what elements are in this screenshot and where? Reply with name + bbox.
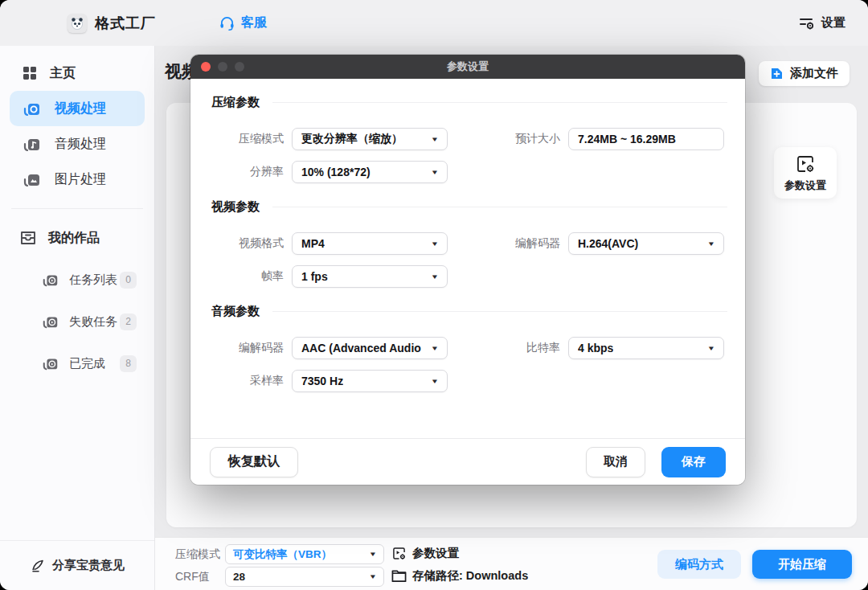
modal-footer: 恢复默认 取消 保存 [190, 438, 745, 485]
section-audio-title: 音频参数 [211, 304, 260, 319]
sidebar-item-image[interactable]: 图片处理 [10, 162, 145, 197]
video-codec-value: H.264(AVC) [578, 237, 638, 250]
completed-label: 已完成 [69, 356, 105, 371]
support-button[interactable]: 客服 [219, 14, 267, 31]
sidebar: 主页 视频处理 音频处理 图片处理 [0, 46, 155, 590]
completed-icon [42, 354, 59, 372]
video-format-label: 视频格式 [211, 236, 284, 251]
caret-down-icon: ▼ [431, 136, 439, 143]
caret-down-icon: ▼ [707, 345, 715, 352]
resolution-value: 10% (128*72) [301, 166, 371, 178]
audio-processing-icon [23, 134, 42, 154]
audio-codec-select[interactable]: AAC (Advanced Audio ▼ [292, 337, 448, 359]
add-file-button[interactable]: 添加文件 [759, 61, 850, 86]
settings-button[interactable]: 设置 [798, 15, 845, 31]
audio-codec-value: AAC (Advanced Audio [301, 342, 421, 354]
caret-down-icon: ▼ [431, 378, 439, 385]
file-param-settings-label: 参数设置 [784, 178, 826, 193]
sidebar-item-completed[interactable]: 已完成 8 [10, 346, 145, 381]
bitrate-value: 4 kbps [578, 342, 613, 354]
caret-down-icon: ▼ [369, 573, 377, 580]
sidebar-item-failed-tasks[interactable]: 失败任务 2 [10, 304, 145, 339]
sidebar-item-task-list[interactable]: 任务列表 0 [10, 262, 145, 297]
settings-label: 设置 [821, 15, 845, 31]
restore-default-button[interactable]: 恢复默认 [210, 447, 298, 477]
quill-icon [30, 558, 46, 574]
bottom-param-settings-button[interactable]: 参数设置 [391, 546, 459, 561]
caret-down-icon: ▼ [707, 240, 715, 248]
video-settings-icon [391, 546, 407, 561]
caret-down-icon: ▼ [431, 240, 439, 248]
section-audio: 音频参数 编解码器 AAC (Advanced Audio ▼ 比特率 4 kb… [211, 304, 727, 392]
resolution-label: 分辨率 [211, 165, 284, 179]
add-file-label: 添加文件 [790, 66, 838, 81]
framerate-select[interactable]: 1 fps ▼ [292, 265, 448, 288]
sidebar-item-video[interactable]: 视频处理 [10, 91, 145, 126]
bitrate-label: 比特率 [448, 341, 560, 355]
video-format-select[interactable]: MP4 ▼ [292, 232, 448, 255]
support-label: 客服 [241, 14, 267, 31]
cancel-button[interactable]: 取消 [586, 447, 645, 477]
app-window: 格式工厂 客服 设置 [0, 0, 868, 590]
bottom-compress-mode-select[interactable]: 可变比特率（VBR） ▼ [225, 544, 384, 564]
samplerate-label: 采样率 [211, 374, 284, 388]
modal-body: 压缩参数 压缩模式 更改分辨率（缩放） ▼ 预计大小 7.24MB ~ 16.2… [190, 79, 745, 392]
file-param-settings-button[interactable]: 参数设置 [774, 147, 837, 199]
grid-icon [23, 66, 37, 80]
save-button[interactable]: 保存 [661, 447, 726, 477]
samplerate-select[interactable]: 7350 Hz ▼ [292, 370, 448, 392]
completed-count-badge: 8 [120, 355, 137, 372]
section-divider [272, 311, 727, 312]
app-title: 格式工厂 [95, 14, 156, 33]
caret-down-icon: ▼ [431, 345, 439, 352]
bottom-bar: 压缩模式 可变比特率（VBR） ▼ CRF值 28 ▼ [155, 537, 868, 590]
sidebar-works-header[interactable]: 我的作品 [10, 220, 145, 256]
minimize-icon[interactable] [218, 62, 227, 72]
framerate-label: 帧率 [211, 269, 284, 284]
samplerate-value: 7350 Hz [301, 375, 343, 387]
audio-codec-label: 编解码器 [211, 341, 284, 355]
app-logo-icon [68, 14, 87, 33]
storage-path[interactable]: 存储路径: Downloads [391, 568, 528, 584]
video-settings-icon [795, 154, 816, 174]
maximize-icon[interactable] [235, 62, 244, 72]
storage-path-label: 存储路径: Downloads [412, 568, 528, 584]
feedback-label: 分享宝贵意见 [52, 558, 125, 573]
bitrate-select[interactable]: 4 kbps ▼ [568, 337, 724, 359]
section-video: 视频参数 视频格式 MP4 ▼ 编解码器 H.264(AVC) ▼ [211, 199, 727, 288]
bottom-param-settings-label: 参数设置 [412, 546, 459, 561]
failed-tasks-icon [42, 313, 59, 330]
sidebar-item-home[interactable]: 主页 [10, 55, 145, 91]
start-compress-button[interactable]: 开始压缩 [752, 550, 852, 579]
modal-titlebar: 参数设置 [190, 55, 745, 79]
sidebar-works-label: 我的作品 [48, 230, 100, 247]
encode-mode-button[interactable]: 编码方式 [657, 550, 741, 579]
section-divider [272, 207, 727, 207]
caret-down-icon: ▼ [431, 273, 439, 281]
bottom-crf-value: 28 [233, 571, 245, 583]
video-codec-select[interactable]: H.264(AVC) ▼ [568, 232, 724, 255]
sidebar-divider [11, 208, 143, 209]
close-icon[interactable] [201, 62, 211, 72]
task-list-count-badge: 0 [120, 272, 137, 289]
failed-tasks-count-badge: 2 [120, 313, 137, 330]
feedback-button[interactable]: 分享宝贵意见 [0, 540, 154, 590]
sidebar-image-label: 图片处理 [55, 171, 106, 188]
settings-sliders-icon [798, 15, 816, 31]
section-video-title: 视频参数 [211, 199, 260, 215]
caret-down-icon: ▼ [431, 169, 439, 176]
sidebar-item-audio[interactable]: 音频处理 [10, 126, 145, 162]
panda-logo-icon [70, 16, 84, 31]
top-bar: 格式工厂 客服 设置 [0, 0, 868, 46]
estimated-size-value: 7.24MB ~ 16.29MB [568, 128, 724, 150]
section-compression: 压缩参数 压缩模式 更改分辨率（缩放） ▼ 预计大小 7.24MB ~ 16.2… [211, 95, 727, 183]
compress-mode-value: 更改分辨率（缩放） [301, 132, 403, 146]
section-compression-title: 压缩参数 [211, 95, 260, 110]
section-divider [272, 102, 727, 103]
compress-mode-select[interactable]: 更改分辨率（缩放） ▼ [292, 128, 448, 150]
bottom-crf-label: CRF值 [175, 570, 225, 584]
resolution-select[interactable]: 10% (128*72) ▼ [292, 161, 448, 183]
bottom-crf-select[interactable]: 28 ▼ [225, 567, 384, 587]
sidebar-home-label: 主页 [50, 65, 76, 82]
sidebar-audio-label: 音频处理 [55, 136, 106, 153]
